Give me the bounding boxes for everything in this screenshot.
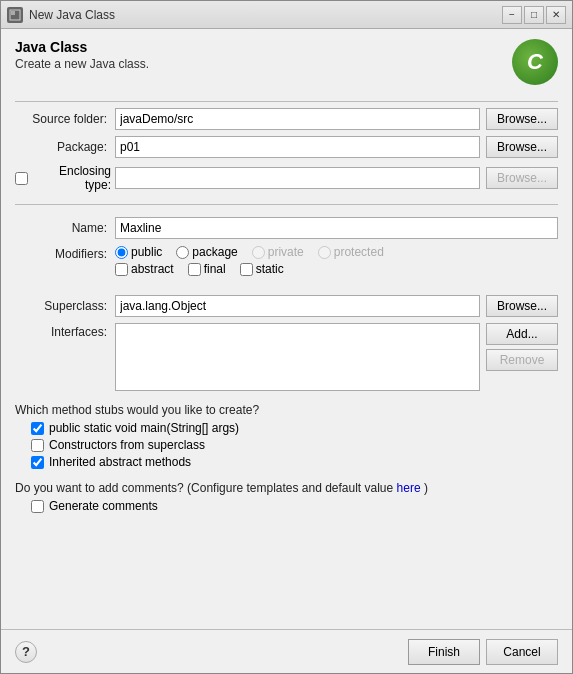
comments-question-close: ) — [424, 481, 428, 495]
radio-private[interactable] — [252, 246, 265, 259]
finish-button[interactable]: Finish — [408, 639, 480, 665]
eclipse-logo: C — [512, 39, 558, 85]
package-input[interactable] — [115, 136, 480, 158]
modifier-private[interactable]: private — [252, 245, 304, 259]
footer-right: Finish Cancel — [408, 639, 558, 665]
enclosing-type-label-text: Enclosing type: — [31, 164, 111, 192]
help-button[interactable]: ? — [15, 641, 37, 663]
label-package: package — [192, 245, 237, 259]
source-folder-row: Source folder: Browse... — [15, 108, 558, 130]
superclass-label: Superclass: — [15, 299, 115, 313]
modifier-abstract[interactable]: abstract — [115, 262, 174, 276]
comments-section: Do you want to add comments? (Configure … — [15, 481, 558, 513]
modifier-static[interactable]: static — [240, 262, 284, 276]
label-final: final — [204, 262, 226, 276]
window-controls: − □ ✕ — [502, 6, 566, 24]
title-bar: New Java Class − □ ✕ — [1, 1, 572, 29]
comments-here-link[interactable]: here — [397, 481, 421, 495]
stub-constructors[interactable]: Constructors from superclass — [31, 438, 558, 452]
header-text: Java Class Create a new Java class. — [15, 39, 149, 71]
modifier-public[interactable]: public — [115, 245, 162, 259]
header-section: Java Class Create a new Java class. C — [15, 39, 558, 85]
package-label: Package: — [15, 140, 115, 154]
label-public: public — [131, 245, 162, 259]
dialog-window: New Java Class − □ ✕ Java Class Create a… — [0, 0, 573, 674]
enclosing-type-input[interactable] — [115, 167, 480, 189]
dialog-content: Java Class Create a new Java class. C So… — [1, 29, 572, 629]
checkbox-final[interactable] — [188, 263, 201, 276]
label-stub-constructors: Constructors from superclass — [49, 438, 205, 452]
label-protected: protected — [334, 245, 384, 259]
label-generate-comments: Generate comments — [49, 499, 158, 513]
source-folder-label: Source folder: — [15, 112, 115, 126]
stub-main[interactable]: public static void main(String[] args) — [31, 421, 558, 435]
modifiers-row: Modifiers: public package pr — [15, 245, 558, 289]
superclass-browse-button[interactable]: Browse... — [486, 295, 558, 317]
enclosing-browse-button[interactable]: Browse... — [486, 167, 558, 189]
form-section: Source folder: Browse... Package: Browse… — [15, 108, 558, 619]
label-static: static — [256, 262, 284, 276]
enclosing-checkbox-label: Enclosing type: — [15, 164, 115, 192]
stubs-options: public static void main(String[] args) C… — [15, 421, 558, 469]
title-bar-left: New Java Class — [7, 7, 115, 23]
enclosing-type-row: Enclosing type: Browse... — [15, 164, 558, 192]
superclass-row: Superclass: Browse... — [15, 295, 558, 317]
superclass-input[interactable] — [115, 295, 480, 317]
stubs-question: Which method stubs would you like to cre… — [15, 403, 558, 417]
modifiers-label: Modifiers: — [15, 245, 115, 261]
label-stub-inherited: Inherited abstract methods — [49, 455, 191, 469]
name-label: Name: — [15, 221, 115, 235]
comments-options: Generate comments — [15, 499, 558, 513]
interfaces-row: Interfaces: Add... Remove — [15, 323, 558, 393]
radio-package[interactable] — [176, 246, 189, 259]
modifiers-options: public package private protected — [115, 245, 558, 276]
modifier-final[interactable]: final — [188, 262, 226, 276]
source-folder-browse-button[interactable]: Browse... — [486, 108, 558, 130]
label-stub-main: public static void main(String[] args) — [49, 421, 239, 435]
checkbox-inherited[interactable] — [31, 456, 44, 469]
checkbox-abstract[interactable] — [115, 263, 128, 276]
checkbox-generate-comments[interactable] — [31, 500, 44, 513]
separator-1 — [15, 101, 558, 102]
stub-inherited[interactable]: Inherited abstract methods — [31, 455, 558, 469]
package-browse-button[interactable]: Browse... — [486, 136, 558, 158]
checkbox-main[interactable] — [31, 422, 44, 435]
interfaces-buttons: Add... Remove — [486, 323, 558, 371]
access-modifiers-row: public package private protected — [115, 245, 558, 259]
dialog-title: Java Class — [15, 39, 149, 55]
label-abstract: abstract — [131, 262, 174, 276]
dialog-subtitle: Create a new Java class. — [15, 57, 149, 71]
other-modifiers-row: abstract final static — [115, 262, 558, 276]
interfaces-label: Interfaces: — [15, 323, 115, 339]
interfaces-add-button[interactable]: Add... — [486, 323, 558, 345]
name-row: Name: — [15, 217, 558, 239]
modifier-protected[interactable]: protected — [318, 245, 384, 259]
comments-question-text: Do you want to add comments? (Configure … — [15, 481, 393, 495]
stubs-section: Which method stubs would you like to cre… — [15, 403, 558, 469]
modifier-package[interactable]: package — [176, 245, 237, 259]
radio-protected[interactable] — [318, 246, 331, 259]
package-row: Package: Browse... — [15, 136, 558, 158]
checkbox-static[interactable] — [240, 263, 253, 276]
source-folder-input[interactable] — [115, 108, 480, 130]
svg-rect-1 — [11, 11, 15, 15]
interfaces-listbox[interactable] — [115, 323, 480, 391]
minimize-button[interactable]: − — [502, 6, 522, 24]
checkbox-constructors[interactable] — [31, 439, 44, 452]
label-private: private — [268, 245, 304, 259]
window-icon — [7, 7, 23, 23]
radio-public[interactable] — [115, 246, 128, 259]
interfaces-remove-button[interactable]: Remove — [486, 349, 558, 371]
separator-2 — [15, 204, 558, 205]
footer-left: ? — [15, 641, 37, 663]
close-button[interactable]: ✕ — [546, 6, 566, 24]
name-input[interactable] — [115, 217, 558, 239]
maximize-button[interactable]: □ — [524, 6, 544, 24]
generate-comments[interactable]: Generate comments — [31, 499, 558, 513]
dialog-footer: ? Finish Cancel — [1, 629, 572, 673]
cancel-button[interactable]: Cancel — [486, 639, 558, 665]
comments-question: Do you want to add comments? (Configure … — [15, 481, 558, 495]
window-title: New Java Class — [29, 8, 115, 22]
enclosing-type-checkbox[interactable] — [15, 172, 28, 185]
